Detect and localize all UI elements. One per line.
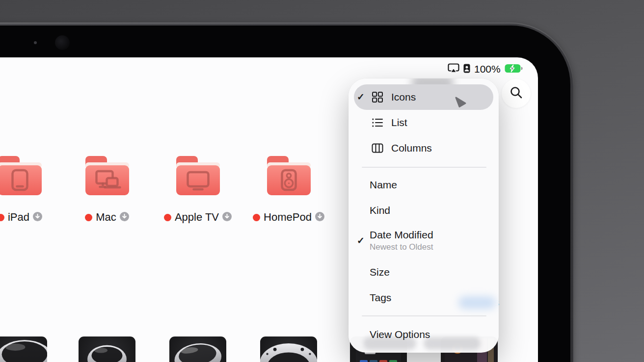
menu-item-size[interactable]: Size (349, 259, 499, 285)
vision-pro-photo (0, 336, 47, 362)
menu-item-label: List (391, 110, 407, 135)
folder-icon (174, 156, 222, 197)
folder-icon (265, 156, 313, 197)
menu-item-subtitle: Newest to Oldest (370, 242, 433, 252)
folder-apple-tv[interactable]: Apple TV (161, 156, 235, 224)
folder-name: HomePod (264, 211, 312, 224)
thumbnail-vision-pro-4[interactable] (260, 336, 317, 362)
vision-pro-photo (79, 336, 135, 362)
menu-item-label: Icons (391, 84, 416, 110)
red-tag-dot (253, 214, 260, 221)
status-bar: 100% (448, 62, 523, 76)
downloaded-icon (33, 212, 42, 223)
checkmark-icon: ✓ (357, 231, 365, 251)
menu-item-list[interactable]: List (349, 110, 499, 135)
menu-item-tags[interactable]: Tags (349, 285, 499, 310)
pointer-cursor-icon (455, 96, 467, 113)
folder-name: iPad (8, 211, 29, 224)
menu-separator (362, 167, 486, 168)
camera-dot (34, 41, 37, 44)
folder-icon (83, 156, 131, 197)
folder-label: Mac (85, 211, 129, 224)
menu-item-kind[interactable]: Kind (349, 198, 499, 223)
folder-label: HomePod (253, 211, 324, 224)
menu-item-label: Size (370, 259, 390, 285)
checkmark-icon: ✓ (357, 84, 365, 110)
person-badge-icon (463, 64, 470, 75)
screen-mirroring-icon (448, 63, 459, 75)
list-icon (372, 117, 383, 130)
thumbnail-vision-pro-1[interactable] (0, 336, 47, 362)
menu-item-view-options[interactable]: View Options (349, 322, 499, 347)
folder-name: Apple TV (175, 211, 219, 224)
battery-charging-icon (505, 64, 523, 75)
page: 100% (0, 0, 644, 362)
search-button[interactable] (502, 79, 531, 108)
menu-item-label: Date Modified (370, 228, 433, 241)
menu-item-date-modified[interactable]: ✓ Date Modified Newest to Oldest (349, 228, 499, 257)
folder-homepod[interactable]: HomePod (252, 156, 325, 224)
vision-pro-photo (169, 336, 226, 362)
folder-label: Apple TV (164, 211, 232, 224)
red-tag-dot (0, 214, 4, 221)
front-camera (55, 35, 70, 50)
columns-icon (372, 142, 383, 156)
menu-item-label: Tags (370, 285, 391, 310)
menu-item-label: Columns (391, 135, 432, 161)
red-tag-dot (85, 214, 92, 221)
view-options-menu: ✓ Icons (349, 78, 499, 353)
downloaded-icon (315, 212, 324, 223)
folder-label: iPad (0, 211, 42, 224)
menu-item-label: Kind (370, 198, 390, 223)
folder-ipad[interactable]: iPad (0, 156, 56, 224)
downloaded-icon (222, 212, 232, 223)
vision-pro-photo (260, 336, 317, 362)
red-tag-dot (164, 214, 171, 221)
folder-name: Mac (96, 211, 116, 224)
folder-mac[interactable]: Mac (70, 156, 144, 224)
thumbnail-vision-pro-2[interactable] (79, 336, 135, 362)
menu-item-label: View Options (370, 322, 430, 347)
menu-item-icons[interactable]: ✓ Icons (349, 84, 499, 110)
menu-item-label: Name (370, 172, 397, 198)
downloaded-icon (120, 212, 129, 223)
menu-separator (362, 315, 486, 316)
folder-icon (0, 156, 44, 197)
grid-icon (372, 91, 383, 105)
menu-item-columns[interactable]: Columns (349, 135, 499, 161)
search-icon (510, 86, 523, 102)
menu-item-name[interactable]: Name (349, 172, 499, 198)
battery-percent: 100% (474, 63, 501, 75)
thumbnail-vision-pro-3[interactable] (169, 336, 226, 362)
